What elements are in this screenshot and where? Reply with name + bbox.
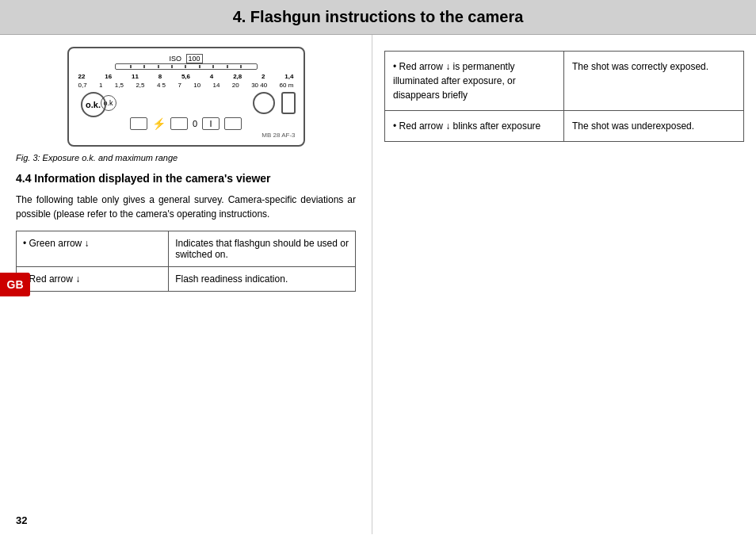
mb-label: MB 28 AF-3: [77, 132, 296, 139]
right-table-row-1: • Red arrow ↓ is permanently illuminated…: [385, 52, 743, 111]
scale-top-numbers: 22161185,642,821,4: [78, 73, 294, 80]
page-number: 32: [16, 514, 27, 526]
left-table: • Green arrow ↓ Indicates that flashgun …: [16, 231, 356, 292]
right-cell-right-1: The shot was correctly exposed.: [564, 52, 743, 110]
iso-label: ISO 100: [77, 55, 296, 63]
table-row: • Green arrow ↓ Indicates that flashgun …: [17, 231, 355, 267]
description-text: The following table only gives a general…: [16, 193, 356, 221]
section-title: 4.4 Information displayed in the camera'…: [16, 172, 356, 185]
table-cell-green-arrow-desc: Indicates that flashgun should be used o…: [169, 231, 355, 266]
camera-diagram: ISO 100: [67, 47, 305, 147]
flash-icon: ⚡: [152, 117, 166, 130]
right-cell-left-2: • Red arrow ↓ blinks after exposure: [385, 111, 564, 141]
iso-value: 100: [186, 54, 203, 63]
table-cell-red-arrow-desc: Flash readiness indication.: [169, 267, 355, 291]
bullet-green: • Green arrow ↓: [23, 238, 90, 249]
fig-caption: Fig. 3: Exposure o.k. and maximum range: [16, 153, 356, 162]
zero-label: 0: [193, 119, 197, 128]
bullet-red: • Red arrow ↓: [23, 273, 80, 285]
gb-badge: GB: [0, 273, 30, 296]
left-panel: GB ISO 100: [0, 35, 372, 534]
table-row: • Red arrow ↓ Flash readiness indication…: [17, 267, 355, 291]
small-rect-4: [224, 117, 242, 130]
scale-top-row: 22161185,642,821,4: [77, 73, 296, 80]
page-header: 4. Flashgun instructions to the camera: [0, 0, 756, 35]
iso-track: [115, 63, 258, 70]
small-rect-2: [170, 117, 188, 130]
right-cell-right-2: The shot was underexposed.: [564, 111, 743, 141]
distance-row: 0,711,52,54 5710142030 4060 m: [77, 82, 296, 89]
small-rect-1: [130, 117, 147, 130]
ok-badge: o.k.: [81, 92, 106, 117]
header-title: 4. Flashgun instructions to the camera: [233, 8, 524, 25]
bottom-controls: ⚡ 0 I: [77, 117, 296, 130]
right-table: • Red arrow ↓ is permanently illuminated…: [384, 51, 744, 142]
small-rect-3: I: [202, 117, 220, 130]
right-cell-left-1: • Red arrow ↓ is permanently illuminated…: [385, 52, 564, 110]
right-table-row-2: • Red arrow ↓ blinks after exposure The …: [385, 111, 743, 141]
circle-icon: [253, 92, 275, 114]
rect-icon: [281, 92, 296, 114]
table-cell-red-arrow-label: • Red arrow ↓: [17, 267, 169, 291]
main-content: GB ISO 100: [0, 35, 756, 534]
right-panel: • Red arrow ↓ is permanently illuminated…: [372, 35, 756, 534]
table-cell-green-arrow-label: • Green arrow ↓: [17, 231, 169, 266]
controls-row: o.k: [77, 92, 296, 114]
